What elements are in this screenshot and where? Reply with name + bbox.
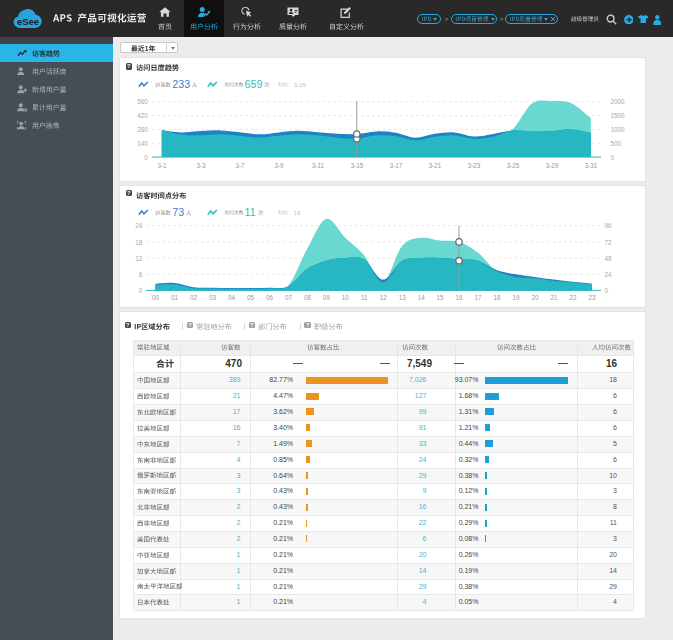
svg-text:eSee: eSee — [17, 16, 39, 27]
